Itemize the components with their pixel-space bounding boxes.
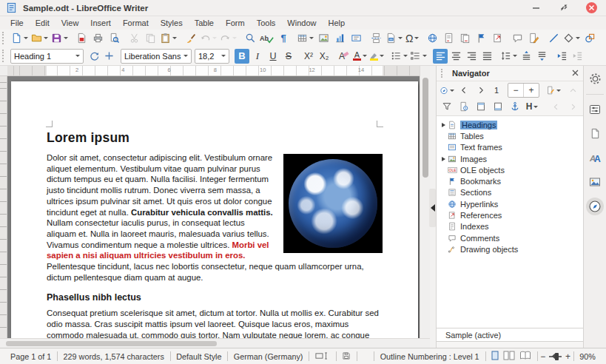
menu-insert[interactable]: Insert xyxy=(84,18,117,28)
justify-button[interactable] xyxy=(479,49,494,64)
align-center-button[interactable] xyxy=(448,49,463,64)
tree-item-sections[interactable]: Sections xyxy=(440,187,583,198)
vertical-scrollbar[interactable] xyxy=(420,66,430,338)
update-style-icon[interactable] xyxy=(87,49,101,64)
navigate-by-icon[interactable] xyxy=(440,84,454,98)
cut-icon[interactable] xyxy=(127,31,141,46)
page-number-spinner[interactable]: − + xyxy=(508,83,539,98)
paragraph-style-combo[interactable]: Heading 1 xyxy=(10,49,84,64)
insert-hyperlink-icon[interactable] xyxy=(425,31,440,46)
menu-styles[interactable]: Styles xyxy=(155,18,189,28)
previous-page-icon[interactable] xyxy=(457,84,471,98)
status-language[interactable]: German (Germany) xyxy=(228,352,309,361)
next-page-icon[interactable] xyxy=(474,84,488,98)
menu-window[interactable]: Window xyxy=(281,18,322,28)
tree-item-bookmarks[interactable]: Bookmarks xyxy=(440,175,583,186)
drag-mode-icon[interactable] xyxy=(546,84,561,98)
export-pdf-icon[interactable] xyxy=(74,31,89,46)
align-right-button[interactable] xyxy=(464,49,479,64)
tab-navigator[interactable] xyxy=(586,198,604,215)
document-page[interactable]: Lorem ipsum Dolor sit amet, consectetur … xyxy=(11,81,418,338)
minimize-icon[interactable] xyxy=(530,2,542,14)
tree-item-references[interactable]: References xyxy=(440,209,583,220)
footer-icon[interactable] xyxy=(491,100,505,114)
navigator-document-selector[interactable]: Sample (active) xyxy=(437,328,583,342)
zoom-in-icon[interactable]: + xyxy=(565,351,570,362)
sidebar-collapse-handle[interactable] xyxy=(429,189,436,227)
status-page-info[interactable]: Page 1 of 1 xyxy=(4,352,57,361)
print-icon[interactable] xyxy=(90,31,105,46)
decrease-indent-icon[interactable] xyxy=(570,49,585,64)
expand-icon[interactable] xyxy=(440,123,447,127)
font-size-combo[interactable]: 18,2 xyxy=(195,49,229,64)
book-view-icon[interactable] xyxy=(519,351,531,362)
insert-bookmark-icon[interactable] xyxy=(474,31,488,46)
single-page-view-icon[interactable] xyxy=(491,351,499,362)
tree-item-text-frames[interactable]: Text frames xyxy=(440,142,583,153)
insert-field-icon[interactable] xyxy=(385,31,403,46)
insert-cross-reference-icon[interactable] xyxy=(490,31,505,46)
navigator-drag-handle[interactable] xyxy=(441,69,446,78)
document-modified-icon[interactable] xyxy=(336,351,357,362)
new-style-icon[interactable] xyxy=(101,49,116,64)
horizontal-scrollbar[interactable] xyxy=(0,338,430,348)
menu-file[interactable]: File xyxy=(4,18,30,28)
clone-formatting-icon[interactable] xyxy=(183,31,198,46)
heading-levels-icon[interactable]: H xyxy=(525,100,539,114)
paste-icon[interactable] xyxy=(159,31,178,46)
tab-page[interactable] xyxy=(586,124,604,142)
new-document-icon[interactable] xyxy=(10,31,29,46)
superscript-button[interactable]: X² xyxy=(301,49,316,64)
multi-page-view-icon[interactable] xyxy=(503,351,515,362)
tree-item-images[interactable]: Images xyxy=(440,153,583,164)
tab-gallery[interactable] xyxy=(586,173,604,191)
menu-help[interactable]: Help xyxy=(322,18,351,28)
toolbar-drag-handle[interactable] xyxy=(2,50,7,63)
strikethrough-button[interactable]: S xyxy=(281,49,296,64)
promote-level-icon[interactable] xyxy=(548,100,563,114)
spelling-icon[interactable]: Ab xyxy=(259,31,275,46)
tab-styles[interactable]: AA xyxy=(586,149,604,166)
status-page-style[interactable]: Default Style xyxy=(170,352,227,361)
insert-line-icon[interactable] xyxy=(546,31,561,46)
tree-item-comments[interactable]: Comments xyxy=(440,232,583,243)
menu-table[interactable]: Table xyxy=(189,18,220,28)
draw-functions-icon[interactable] xyxy=(582,31,597,46)
vertical-ruler[interactable] xyxy=(0,76,7,338)
menu-view[interactable]: View xyxy=(55,18,85,28)
demote-level-icon[interactable] xyxy=(565,100,580,114)
expand-icon[interactable] xyxy=(440,157,447,161)
unordered-list-icon[interactable] xyxy=(390,49,408,64)
redo-icon[interactable] xyxy=(219,31,238,46)
track-changes-icon[interactable] xyxy=(526,31,541,46)
menu-format[interactable]: Format xyxy=(117,18,155,28)
insert-page-break-icon[interactable] xyxy=(368,31,383,46)
selection-mode-icon[interactable] xyxy=(309,351,336,362)
line-spacing-icon[interactable] xyxy=(499,49,518,64)
earth-image[interactable] xyxy=(283,154,383,253)
tree-item-tables[interactable]: Tables xyxy=(440,130,583,141)
horizontal-ruler[interactable]: 2 4 6 8 10 12 14 xyxy=(7,66,420,75)
sidebar-settings-icon[interactable] xyxy=(586,70,604,87)
special-character-icon[interactable]: Ω xyxy=(405,31,420,46)
horizontal-scrollbar-thumb[interactable] xyxy=(6,341,217,346)
status-word-count[interactable]: 229 words, 1,574 characters xyxy=(58,352,170,361)
menu-edit[interactable]: Edit xyxy=(30,18,55,28)
underline-button[interactable]: U xyxy=(266,49,280,64)
font-color-icon[interactable]: A xyxy=(352,49,368,64)
spin-minus[interactable]: − xyxy=(508,85,523,95)
vertical-scrollbar-thumb[interactable] xyxy=(422,78,428,178)
clear-formatting-icon[interactable]: A xyxy=(337,49,351,64)
align-left-button[interactable] xyxy=(433,49,448,64)
formatting-marks-icon[interactable]: ¶ xyxy=(276,31,291,46)
navigator-page-number[interactable]: 1 xyxy=(491,86,502,95)
set-reminder-icon[interactable] xyxy=(457,100,471,114)
ordered-list-icon[interactable] xyxy=(409,49,428,64)
insert-chart-icon[interactable] xyxy=(332,31,347,46)
zoom-slider[interactable]: − + xyxy=(540,351,570,362)
tree-item-indexes[interactable]: Indexes xyxy=(440,221,583,232)
status-zoom-level[interactable]: 90% xyxy=(573,352,602,361)
tab-properties[interactable] xyxy=(586,94,604,118)
increase-indent-icon[interactable] xyxy=(554,49,569,64)
open-icon[interactable] xyxy=(30,31,49,46)
